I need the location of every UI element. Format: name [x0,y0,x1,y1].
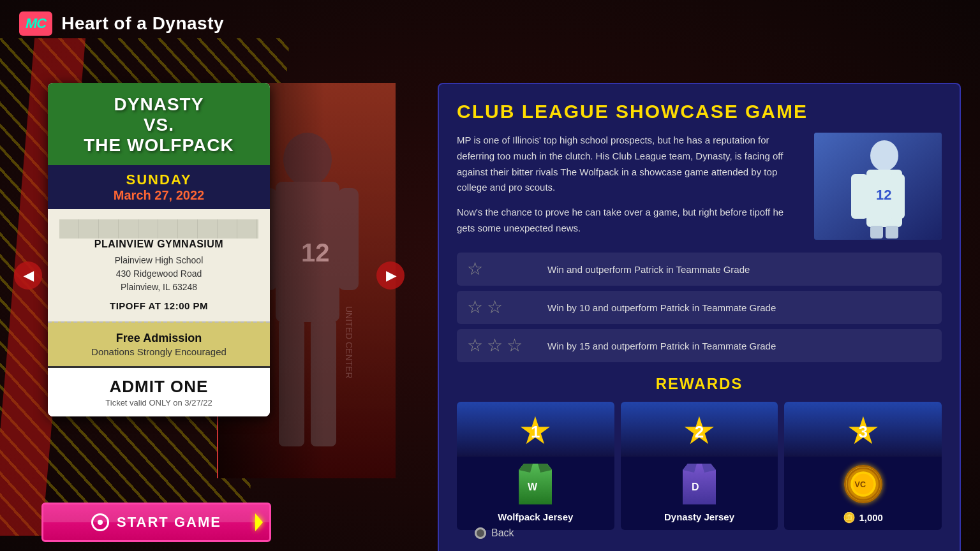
stars-1: ☆ [467,260,537,278]
map-texture [59,219,258,239]
ticket-day: SUNDAY [58,172,260,188]
objective-row-3: ☆ ☆ ☆ Win by 15 and outperform Patrick i… [457,329,942,362]
svg-text:W: W [528,481,538,492]
back-icon [475,527,486,539]
ticket-card: DYNASTY VS. THE WOLFPACK SUNDAY March 27… [48,83,270,416]
ticket-address: Plainview High School 430 Ridgewood Road… [59,254,258,294]
reward-num-2: 2 [695,422,704,442]
reward-item-2: ★ 2 D [621,402,778,530]
reward-icon-3: VC [838,462,889,506]
showcase-content: MP is one of Illinois' top high school p… [457,133,942,240]
svg-point-10 [870,140,898,171]
star-3-3: ☆ [507,337,523,355]
ticket-date: March 27, 2022 [58,188,260,203]
stars-2: ☆ ☆ [467,298,537,316]
reward-label-3: 🪙 1,000 [843,511,883,524]
showcase-p2: Now's the chance to prove he can take ov… [457,205,801,237]
ticket-line2: VS. [144,115,174,135]
reward-star-2: ★ 2 [621,402,778,457]
right-chevron-icon: ▶ [386,268,396,283]
wolfpack-jersey-icon: W [519,464,552,504]
reward-label-1: Wolfpack Jersey [498,511,573,522]
star-1-1: ☆ [467,260,483,278]
reward-icon-2: D [674,462,725,506]
mc-label: MC [26,15,46,32]
back-circle-icon [475,527,486,539]
ticket-tipoff: TIPOFF AT 12:00 PM [59,300,258,311]
circle-inner [98,520,103,525]
reward-num-3: 3 [858,422,867,442]
star-2-1: ☆ [467,298,483,316]
stars-3: ☆ ☆ ☆ [467,337,537,355]
objectives-list: ☆ Win and outperform Patrick in Teammate… [457,253,942,362]
rewards-title: REWARDS [457,375,942,393]
start-game-button[interactable]: START GAME [41,503,271,542]
ticket-body: PLAINVIEW GYMNASIUM Plainview High Schoo… [48,209,270,321]
admit-sub: Ticket valid ONLY on 3/27/22 [58,398,260,408]
reward-num-1: 1 [531,422,540,442]
left-chevron-icon: ◀ [24,268,33,283]
reward-item-1: ★ 1 [457,402,614,530]
ticket-admission: Free Admission Donations Strongly Encour… [48,321,270,366]
coins-icon: VC [844,465,882,503]
svg-text:D: D [692,481,699,492]
admit-main: ADMIT ONE [58,377,260,397]
address-line2: 430 Ridgewood Road [116,268,202,279]
next-arrow[interactable]: ▶ [376,261,405,290]
ticket-date-section: SUNDAY March 27, 2022 [48,165,270,209]
back-label: Back [491,527,514,539]
objective-row-1: ☆ Win and outperform Patrick in Teammate… [457,253,942,286]
ticket-venue: PLAINVIEW GYMNASIUM [59,239,258,250]
header: MC Heart of a Dynasty [19,11,224,36]
star-3-2: ☆ [487,337,503,355]
page-title: Heart of a Dynasty [61,13,224,34]
star-2-2: ☆ [487,298,503,316]
mc-badge: MC [19,11,52,36]
objective-text-1: Win and outperform Patrick in Teammate G… [547,264,750,275]
objective-text-3: Win by 15 and outperform Patrick in Team… [547,341,776,351]
start-button-label: START GAME [117,514,221,531]
ticket-panel: DYNASTY VS. THE WOLFPACK SUNDAY March 27… [48,83,373,491]
reward-star-3: ★ 3 [784,402,942,457]
showcase-description: MP is one of Illinois' top high school p… [457,133,801,240]
rewards-list: ★ 1 [457,402,942,530]
showcase-player-image: 12 [814,133,942,240]
svg-rect-14 [870,226,883,239]
back-button[interactable]: Back [475,527,960,539]
reward-label-2: Dynasty Jersey [664,511,734,522]
reward-item-3: ★ 3 VC 🪙 1,000 [784,402,942,530]
coins-amount: 1,000 [859,512,883,523]
prev-arrow[interactable]: ◀ [14,261,42,290]
address-line3: Plainview, IL 63248 [121,282,197,292]
coins-symbol: 🪙 [843,511,856,524]
ticket-header: DYNASTY VS. THE WOLFPACK [48,83,270,165]
svg-text:VC: VC [854,480,866,489]
showcase-p1: MP is one of Illinois' top high school p… [457,133,801,196]
ticket-line3: THE WOLFPACK [84,135,234,155]
objective-text-2: Win by 10 and outperform Patrick in Team… [547,302,776,313]
ticket-matchup: DYNASTY VS. THE WOLFPACK [58,94,260,156]
svg-point-30 [477,529,484,537]
reward-icon-1: W [510,462,561,506]
start-button-wrapper: START GAME [41,503,271,542]
svg-text:12: 12 [876,187,891,203]
coins-label: 🪙 1,000 [843,511,883,524]
star-3-1: ☆ [467,337,483,355]
svg-rect-12 [851,174,868,219]
svg-rect-15 [886,226,898,239]
player-illustration: 12 [814,133,942,240]
showcase-panel: CLUB LEAGUE SHOWCASE GAME MP is one of I… [438,83,961,551]
showcase-title: CLUB LEAGUE SHOWCASE GAME [457,101,942,122]
objective-row-2: ☆ ☆ Win by 10 and outperform Patrick in … [457,291,942,324]
address-line1: Plainview High School [115,255,204,265]
admission-main: Free Admission [58,332,260,345]
ticket-admit: ADMIT ONE Ticket valid ONLY on 3/27/22 [48,366,270,416]
ticket-line1: DYNASTY [114,94,204,114]
admission-sub: Donations Strongly Encouraged [58,346,260,357]
button-circle-icon [91,513,109,531]
dynasty-jersey-icon: D [683,464,716,504]
reward-star-1: ★ 1 [457,402,614,457]
